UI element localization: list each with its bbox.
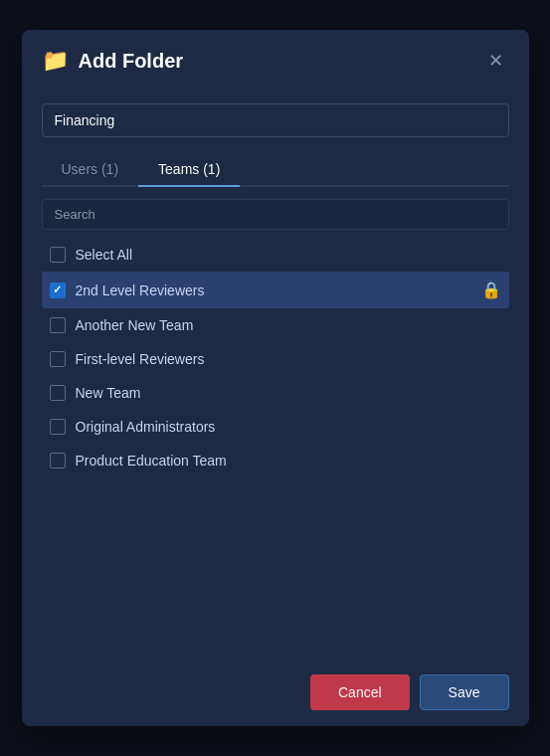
select-all-label: Select All: [76, 247, 501, 263]
tab-teams[interactable]: Teams (1): [138, 153, 240, 187]
lock-icon: 🔒: [481, 281, 501, 299]
cancel-button[interactable]: Cancel: [310, 674, 410, 710]
team-checkbox-2nd-level-reviewers[interactable]: [50, 283, 66, 298]
modal-title: Add Folder: [79, 50, 472, 73]
team-checkbox-another-new-team[interactable]: [50, 317, 66, 333]
modal-body: Users (1) Teams (1) Select All 2nd Le: [22, 88, 529, 659]
team-label: Another New Team: [76, 317, 501, 333]
select-all-item[interactable]: Select All: [42, 238, 509, 272]
list-item[interactable]: Original Administrators: [42, 410, 509, 444]
select-all-checkbox[interactable]: [50, 247, 66, 263]
modal-header: 📁 Add Folder ✕: [22, 30, 529, 88]
team-label: Product Education Team: [76, 453, 501, 469]
folder-icon: 📁: [42, 48, 69, 74]
modal-overlay: 📁 Add Folder ✕ Users (1) Teams (1): [0, 0, 550, 756]
team-label: Original Administrators: [76, 419, 501, 435]
list-item[interactable]: First-level Reviewers: [42, 342, 509, 376]
team-checkbox-original-administrators[interactable]: [50, 419, 66, 435]
teams-list: Select All 2nd Level Reviewers 🔒 Another…: [42, 238, 509, 477]
tab-users[interactable]: Users (1): [42, 153, 139, 187]
team-label: New Team: [76, 385, 501, 401]
tab-bar: Users (1) Teams (1): [42, 153, 509, 187]
team-label: 2nd Level Reviewers: [76, 283, 471, 298]
team-checkbox-first-level-reviewers[interactable]: [50, 351, 66, 367]
save-button[interactable]: Save: [420, 674, 509, 710]
folder-name-input[interactable]: [42, 103, 509, 137]
team-checkbox-new-team[interactable]: [50, 385, 66, 401]
team-checkbox-product-education-team[interactable]: [50, 453, 66, 469]
modal-footer: Cancel Save: [22, 659, 529, 726]
search-input[interactable]: [42, 199, 509, 230]
list-item[interactable]: Product Education Team: [42, 444, 509, 477]
list-item[interactable]: Another New Team: [42, 308, 509, 342]
add-folder-modal: 📁 Add Folder ✕ Users (1) Teams (1): [22, 30, 529, 726]
list-item[interactable]: 2nd Level Reviewers 🔒: [42, 272, 509, 308]
list-item[interactable]: New Team: [42, 376, 509, 410]
team-label: First-level Reviewers: [76, 351, 501, 367]
close-button[interactable]: ✕: [482, 50, 509, 72]
